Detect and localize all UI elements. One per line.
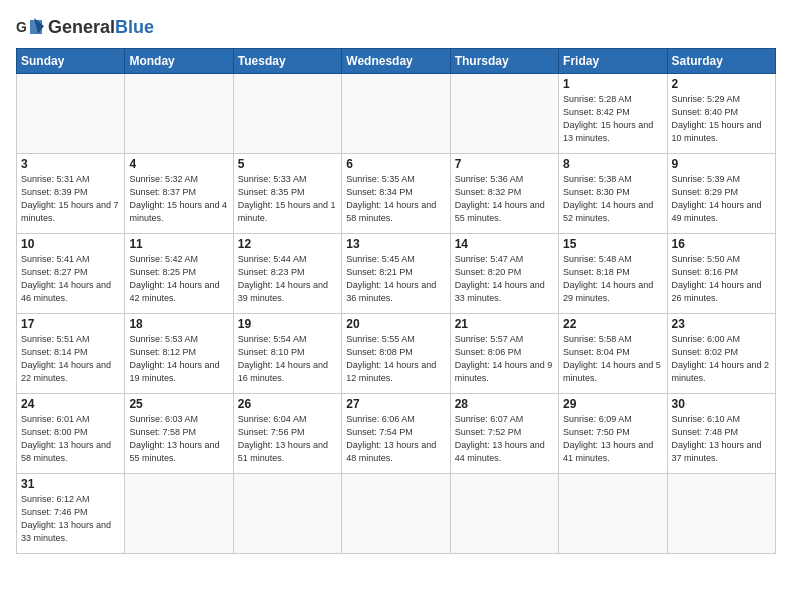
weekday-header-cell: Wednesday [342,49,450,74]
calendar-cell [342,474,450,554]
day-number: 1 [563,77,662,91]
weekday-header-cell: Saturday [667,49,775,74]
day-info: Sunrise: 5:51 AM Sunset: 8:14 PM Dayligh… [21,333,120,385]
day-info: Sunrise: 5:57 AM Sunset: 8:06 PM Dayligh… [455,333,554,385]
calendar-cell: 20Sunrise: 5:55 AM Sunset: 8:08 PM Dayli… [342,314,450,394]
day-number: 7 [455,157,554,171]
day-info: Sunrise: 6:04 AM Sunset: 7:56 PM Dayligh… [238,413,337,465]
calendar-cell: 25Sunrise: 6:03 AM Sunset: 7:58 PM Dayli… [125,394,233,474]
calendar-cell: 5Sunrise: 5:33 AM Sunset: 8:35 PM Daylig… [233,154,341,234]
day-number: 6 [346,157,445,171]
calendar-cell: 29Sunrise: 6:09 AM Sunset: 7:50 PM Dayli… [559,394,667,474]
day-info: Sunrise: 5:50 AM Sunset: 8:16 PM Dayligh… [672,253,771,305]
day-number: 12 [238,237,337,251]
day-number: 18 [129,317,228,331]
calendar-table: SundayMondayTuesdayWednesdayThursdayFrid… [16,48,776,554]
calendar-cell [342,74,450,154]
day-number: 21 [455,317,554,331]
calendar-cell [17,74,125,154]
day-info: Sunrise: 5:58 AM Sunset: 8:04 PM Dayligh… [563,333,662,385]
day-info: Sunrise: 6:12 AM Sunset: 7:46 PM Dayligh… [21,493,120,545]
day-number: 24 [21,397,120,411]
day-number: 4 [129,157,228,171]
calendar-cell: 22Sunrise: 5:58 AM Sunset: 8:04 PM Dayli… [559,314,667,394]
weekday-header-cell: Monday [125,49,233,74]
day-number: 30 [672,397,771,411]
calendar-cell: 3Sunrise: 5:31 AM Sunset: 8:39 PM Daylig… [17,154,125,234]
calendar-cell: 6Sunrise: 5:35 AM Sunset: 8:34 PM Daylig… [342,154,450,234]
day-info: Sunrise: 6:07 AM Sunset: 7:52 PM Dayligh… [455,413,554,465]
calendar-cell: 18Sunrise: 5:53 AM Sunset: 8:12 PM Dayli… [125,314,233,394]
calendar-cell: 28Sunrise: 6:07 AM Sunset: 7:52 PM Dayli… [450,394,558,474]
day-info: Sunrise: 5:35 AM Sunset: 8:34 PM Dayligh… [346,173,445,225]
day-number: 19 [238,317,337,331]
calendar-cell [233,474,341,554]
day-number: 13 [346,237,445,251]
calendar-cell: 16Sunrise: 5:50 AM Sunset: 8:16 PM Dayli… [667,234,775,314]
day-number: 20 [346,317,445,331]
day-number: 23 [672,317,771,331]
day-info: Sunrise: 6:10 AM Sunset: 7:48 PM Dayligh… [672,413,771,465]
day-info: Sunrise: 5:29 AM Sunset: 8:40 PM Dayligh… [672,93,771,145]
day-number: 5 [238,157,337,171]
calendar-cell: 12Sunrise: 5:44 AM Sunset: 8:23 PM Dayli… [233,234,341,314]
day-number: 3 [21,157,120,171]
day-number: 9 [672,157,771,171]
day-number: 10 [21,237,120,251]
calendar-cell: 31Sunrise: 6:12 AM Sunset: 7:46 PM Dayli… [17,474,125,554]
calendar-week-row: 10Sunrise: 5:41 AM Sunset: 8:27 PM Dayli… [17,234,776,314]
day-number: 26 [238,397,337,411]
day-number: 22 [563,317,662,331]
calendar-cell: 1Sunrise: 5:28 AM Sunset: 8:42 PM Daylig… [559,74,667,154]
calendar-cell: 27Sunrise: 6:06 AM Sunset: 7:54 PM Dayli… [342,394,450,474]
calendar-cell [667,474,775,554]
calendar-cell: 19Sunrise: 5:54 AM Sunset: 8:10 PM Dayli… [233,314,341,394]
calendar-cell: 13Sunrise: 5:45 AM Sunset: 8:21 PM Dayli… [342,234,450,314]
weekday-header-cell: Friday [559,49,667,74]
page-header: G GeneralBlue [16,16,776,38]
calendar-week-row: 1Sunrise: 5:28 AM Sunset: 8:42 PM Daylig… [17,74,776,154]
day-info: Sunrise: 5:39 AM Sunset: 8:29 PM Dayligh… [672,173,771,225]
day-info: Sunrise: 5:53 AM Sunset: 8:12 PM Dayligh… [129,333,228,385]
day-info: Sunrise: 6:00 AM Sunset: 8:02 PM Dayligh… [672,333,771,385]
calendar-cell [125,474,233,554]
weekday-header-row: SundayMondayTuesdayWednesdayThursdayFrid… [17,49,776,74]
calendar-cell [125,74,233,154]
day-number: 15 [563,237,662,251]
day-info: Sunrise: 5:48 AM Sunset: 8:18 PM Dayligh… [563,253,662,305]
calendar-week-row: 17Sunrise: 5:51 AM Sunset: 8:14 PM Dayli… [17,314,776,394]
calendar-cell [450,74,558,154]
calendar-cell: 24Sunrise: 6:01 AM Sunset: 8:00 PM Dayli… [17,394,125,474]
calendar-cell: 2Sunrise: 5:29 AM Sunset: 8:40 PM Daylig… [667,74,775,154]
day-info: Sunrise: 5:33 AM Sunset: 8:35 PM Dayligh… [238,173,337,225]
day-info: Sunrise: 5:54 AM Sunset: 8:10 PM Dayligh… [238,333,337,385]
calendar-cell [450,474,558,554]
calendar-cell: 14Sunrise: 5:47 AM Sunset: 8:20 PM Dayli… [450,234,558,314]
day-number: 29 [563,397,662,411]
calendar-cell: 8Sunrise: 5:38 AM Sunset: 8:30 PM Daylig… [559,154,667,234]
day-number: 11 [129,237,228,251]
day-info: Sunrise: 5:32 AM Sunset: 8:37 PM Dayligh… [129,173,228,225]
calendar-cell: 11Sunrise: 5:42 AM Sunset: 8:25 PM Dayli… [125,234,233,314]
day-info: Sunrise: 5:44 AM Sunset: 8:23 PM Dayligh… [238,253,337,305]
weekday-header-cell: Sunday [17,49,125,74]
calendar-cell: 7Sunrise: 5:36 AM Sunset: 8:32 PM Daylig… [450,154,558,234]
calendar-cell: 30Sunrise: 6:10 AM Sunset: 7:48 PM Dayli… [667,394,775,474]
day-info: Sunrise: 6:03 AM Sunset: 7:58 PM Dayligh… [129,413,228,465]
calendar-cell: 26Sunrise: 6:04 AM Sunset: 7:56 PM Dayli… [233,394,341,474]
logo: G GeneralBlue [16,16,154,38]
calendar-cell: 15Sunrise: 5:48 AM Sunset: 8:18 PM Dayli… [559,234,667,314]
calendar-cell: 9Sunrise: 5:39 AM Sunset: 8:29 PM Daylig… [667,154,775,234]
day-number: 25 [129,397,228,411]
day-info: Sunrise: 5:41 AM Sunset: 8:27 PM Dayligh… [21,253,120,305]
day-number: 28 [455,397,554,411]
day-number: 14 [455,237,554,251]
day-number: 2 [672,77,771,91]
calendar-week-row: 31Sunrise: 6:12 AM Sunset: 7:46 PM Dayli… [17,474,776,554]
day-info: Sunrise: 5:38 AM Sunset: 8:30 PM Dayligh… [563,173,662,225]
weekday-header-cell: Tuesday [233,49,341,74]
day-info: Sunrise: 5:47 AM Sunset: 8:20 PM Dayligh… [455,253,554,305]
logo-text: GeneralBlue [48,18,154,36]
calendar-week-row: 3Sunrise: 5:31 AM Sunset: 8:39 PM Daylig… [17,154,776,234]
day-info: Sunrise: 6:06 AM Sunset: 7:54 PM Dayligh… [346,413,445,465]
